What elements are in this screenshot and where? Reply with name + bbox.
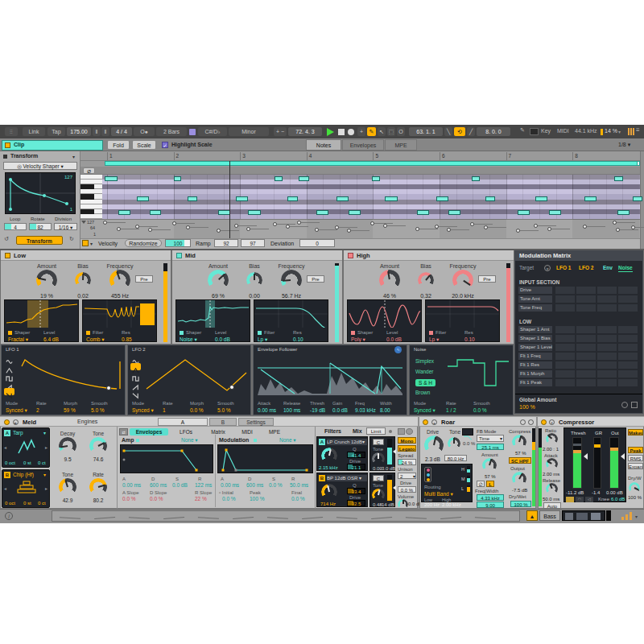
meld-tab-settings[interactable]: Settings — [238, 418, 274, 426]
midi-note[interactable] — [275, 176, 283, 181]
matrix-cell[interactable] — [576, 304, 596, 312]
envf-param-value[interactable]: 8.00 — [380, 407, 390, 413]
filter-b-freq-knob[interactable] — [321, 484, 337, 500]
loop-switch[interactable]: ⟲ — [454, 127, 465, 136]
roar-amount-knob[interactable] — [482, 458, 497, 473]
matrix-target-env[interactable]: Env — [603, 265, 613, 270]
curve-view-icon[interactable]: ◠ — [576, 497, 584, 502]
lfo1-smooth-value[interactable]: 5.0 % — [91, 407, 105, 413]
midi-note[interactable] — [617, 210, 630, 215]
midi-note[interactable] — [218, 210, 230, 215]
midi-note[interactable] — [584, 196, 597, 201]
release-knob[interactable] — [546, 483, 558, 495]
amp-d-value[interactable]: 600 ms — [150, 482, 167, 488]
mod-env-assign-menu[interactable]: None ▾ — [279, 437, 296, 444]
mix-b-meter[interactable] — [387, 475, 392, 501]
velocity-marker[interactable] — [286, 225, 290, 229]
punch-out-icon[interactable]: ╱ — [467, 127, 475, 136]
engine-a-prev-icon[interactable]: ◂ — [4, 444, 6, 450]
filter-b-freq-value[interactable]: 714 Hz — [320, 502, 336, 506]
roar-tone-knob[interactable] — [448, 437, 460, 450]
velocity-marker[interactable] — [273, 222, 277, 226]
groove-button[interactable]: O● — [134, 127, 155, 136]
bar-number[interactable]: 4 — [309, 153, 312, 159]
compressor-fold-icon[interactable]: ▼ — [549, 419, 555, 425]
midi-note[interactable] — [385, 196, 398, 201]
matrix-cell[interactable] — [555, 304, 575, 312]
filter-a-q-field[interactable]: 41.4 — [347, 452, 365, 458]
matrix-row-label[interactable]: Flt 1 Peak — [518, 379, 552, 386]
matrix-cell[interactable] — [618, 353, 638, 360]
mid-filter-onoff[interactable] — [258, 331, 262, 335]
mod-peak-value[interactable]: 100 % — [250, 496, 264, 502]
meld-tab-b[interactable]: B — [209, 418, 237, 426]
division-field[interactable]: 1/16 ▾ — [54, 223, 77, 230]
auto-release-button[interactable]: Auto — [543, 502, 561, 509]
mid-filter-display[interactable]: Filter Res Lp ▾ 0.10 — [254, 299, 328, 342]
midi-note[interactable] — [349, 210, 361, 215]
mid-shaper-type[interactable]: Noise ▾ — [180, 336, 197, 343]
fb-mode-menu[interactable]: Time ▾ — [477, 435, 504, 442]
cpu-load[interactable]: 14 % — [605, 128, 617, 134]
high-pre-button[interactable]: Pre — [478, 275, 496, 283]
filter-a-freq-knob[interactable] — [321, 448, 337, 464]
mid-res-value[interactable]: 0.10 — [293, 336, 303, 342]
mix-a-c-button[interactable]: C — [373, 439, 384, 445]
mono-button[interactable]: Mono — [398, 437, 416, 444]
lfo2-wave-icon-2[interactable] — [130, 371, 141, 378]
mix-b-c-button[interactable]: C — [373, 475, 384, 481]
bar-number[interactable]: 1 — [109, 153, 113, 159]
engine-a-k2-value[interactable]: 74.6 — [85, 456, 111, 462]
engine-a-menu[interactable]: Tarp — [13, 430, 23, 436]
midi-note[interactable] — [137, 196, 149, 201]
amp-r-value[interactable]: 122 ms — [195, 482, 212, 488]
roar-fold-icon[interactable]: ▲ — [431, 419, 437, 425]
meter-view-dropdown[interactable]: ▾ — [635, 514, 638, 519]
count-in-icon[interactable]: ‖ — [101, 127, 109, 136]
velocity-marker[interactable] — [234, 224, 238, 228]
matrix-cell[interactable] — [597, 370, 617, 378]
add-locator-button[interactable]: + — [357, 127, 365, 136]
lfo2-mode-value[interactable]: Synced ▾ — [132, 407, 154, 414]
low-bias-knob[interactable] — [75, 272, 91, 288]
thresh-meter[interactable] — [572, 437, 582, 489]
low-shaper-display[interactable]: Shaper Level Fractal ▾ 6.4 dB — [4, 299, 79, 342]
matrix-cell[interactable] — [597, 287, 617, 294]
matrix-cell[interactable] — [576, 379, 596, 386]
midi-note[interactable] — [316, 210, 328, 215]
time-signature-field[interactable]: 4 / 4 — [111, 127, 132, 136]
lfo1-mode-value[interactable]: Synced ▾ — [6, 407, 27, 414]
low-level-value[interactable]: 6.4 dB — [43, 336, 59, 342]
rms-button[interactable]: RMS — [628, 455, 643, 461]
engine-b-oct[interactable]: 0 oct — [5, 501, 15, 506]
low-filter-onoff[interactable] — [86, 331, 90, 335]
matrix-target-noise[interactable]: Noise — [618, 265, 633, 272]
loop-brace[interactable] — [105, 161, 638, 166]
matrix-cell[interactable] — [597, 361, 617, 369]
matrix-row-label[interactable]: Drive — [518, 287, 552, 294]
mid-shaper-display[interactable]: Shaper Level Noise ▾ 0.0 dB — [175, 299, 250, 342]
low-filter-display[interactable]: Filter Res Comb ▾ 0.85 — [82, 299, 157, 342]
high-amount-knob[interactable] — [379, 270, 400, 291]
matrix-cell[interactable] — [618, 326, 638, 333]
lfo2-rate-value[interactable]: 1 — [163, 407, 166, 413]
makeup-button[interactable]: Makeup — [628, 429, 643, 436]
lfo1-wave-icon-4[interactable] — [4, 388, 14, 395]
engine-a-dropdown-icon[interactable]: ▾ — [43, 430, 46, 436]
mid-filter-type[interactable]: Lp ▾ — [258, 336, 267, 343]
amp-rslope-value[interactable]: 22 % — [195, 496, 207, 502]
lfo1-rate-value[interactable]: 2 — [36, 407, 39, 413]
mid-level-value[interactable]: 0.0 dB — [215, 336, 230, 342]
lfo1-wave-icon-1[interactable] — [4, 363, 14, 370]
engine-a-st[interactable]: 0 st — [23, 460, 31, 465]
engine-b-next-icon[interactable]: ▸ — [45, 485, 47, 491]
midi-note[interactable] — [287, 196, 298, 201]
freq-field[interactable]: 4.33 kHz — [477, 494, 504, 501]
noise-option-selected[interactable]: S & H — [415, 379, 436, 386]
meld-fold-icon[interactable]: ▶ — [13, 419, 19, 425]
compress-value[interactable]: 57 % — [515, 451, 526, 456]
bar-number[interactable]: 2 — [176, 153, 180, 159]
engine-a-ct[interactable]: 0 ct — [38, 460, 46, 465]
overdub-icon[interactable]: O — [397, 127, 405, 136]
amp-a-value[interactable]: 0.00 ms — [122, 482, 141, 488]
